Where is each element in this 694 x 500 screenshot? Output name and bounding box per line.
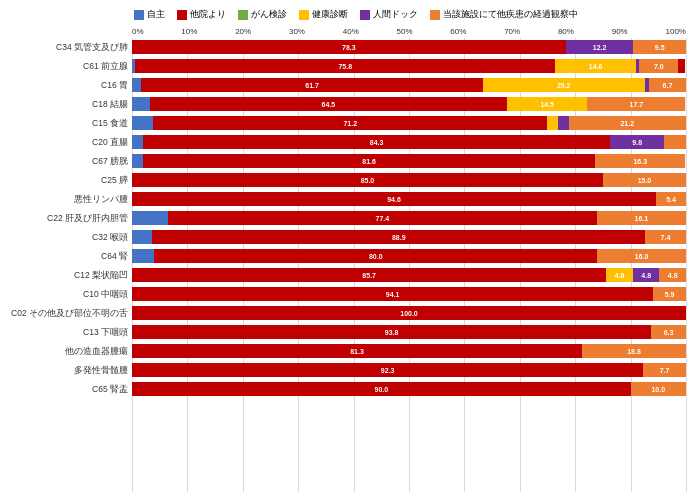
x-axis-tick: 100% <box>666 27 686 36</box>
bar-row: 80.016.0 <box>132 247 686 265</box>
bar-row: 100.0 <box>132 304 686 322</box>
bar-value-label: 7.7 <box>660 367 670 374</box>
bar-segment: 14.5 <box>507 97 587 111</box>
bar-segment <box>132 116 153 130</box>
bar-row: 85.015.0 <box>132 171 686 189</box>
bar-value-label: 90.0 <box>374 386 388 393</box>
bar-row: 85.74.84.84.8 <box>132 266 686 284</box>
bar-segment: 81.6 <box>143 154 595 168</box>
bar-segment <box>132 97 150 111</box>
bar-value-label: 14.6 <box>589 63 603 70</box>
bar-row: 75.814.67.0 <box>132 57 686 75</box>
y-label: C18 結腸 <box>4 95 132 113</box>
bar-segment: 16.1 <box>597 211 686 225</box>
bar-segment: 21.2 <box>569 116 686 130</box>
bar-row: 84.39.8 <box>132 133 686 151</box>
bar-container: 90.010.0 <box>132 382 686 396</box>
bar-value-label: 9.8 <box>632 139 642 146</box>
bar-segment: 71.2 <box>153 116 547 130</box>
bar-row: 92.37.7 <box>132 361 686 379</box>
bar-value-label: 100.0 <box>400 310 418 317</box>
bar-segment: 94.1 <box>132 287 653 301</box>
bar-segment: 88.9 <box>152 230 645 244</box>
legend-color-box <box>177 10 187 20</box>
bar-segment: 64.5 <box>150 97 507 111</box>
x-axis-tick: 50% <box>397 27 413 36</box>
y-label: C61 前立腺 <box>4 57 132 75</box>
legend-item: 他院より <box>177 8 226 21</box>
legend-color-box <box>299 10 309 20</box>
bars-column: 78.312.29.575.814.67.061.729.26.764.514.… <box>132 38 686 492</box>
legend-item: がん検診 <box>238 8 287 21</box>
legend-label: 健康診断 <box>312 8 348 21</box>
bar-segment <box>132 154 143 168</box>
bar-value-label: 7.0 <box>654 63 664 70</box>
bar-row: 81.318.8 <box>132 342 686 360</box>
bar-segment <box>547 116 558 130</box>
bar-segment: 7.0 <box>639 59 678 73</box>
legend-color-box <box>430 10 440 20</box>
bar-segment <box>132 78 141 92</box>
bar-value-label: 94.1 <box>386 291 400 298</box>
y-label: C02 その他及び部位不明の舌 <box>4 304 132 322</box>
bar-row: 94.65.4 <box>132 190 686 208</box>
bar-segment <box>664 135 686 149</box>
y-label: C67 膀胱 <box>4 152 132 170</box>
bar-value-label: 85.0 <box>361 177 375 184</box>
bar-value-label: 88.9 <box>392 234 406 241</box>
bar-segment: 4.8 <box>606 268 633 282</box>
bar-row: 88.97.4 <box>132 228 686 246</box>
bar-value-label: 77.4 <box>376 215 390 222</box>
bar-value-label: 4.8 <box>641 272 651 279</box>
y-label: C64 腎 <box>4 247 132 265</box>
bar-value-label: 64.5 <box>322 101 336 108</box>
bar-value-label: 80.0 <box>369 253 383 260</box>
bar-row: 77.416.1 <box>132 209 686 227</box>
bar-segment <box>132 249 154 263</box>
bar-container: 78.312.29.5 <box>132 40 686 54</box>
bar-value-label: 61.7 <box>305 82 319 89</box>
bar-container: 100.0 <box>132 306 686 320</box>
bar-segment: 17.7 <box>587 97 685 111</box>
x-axis-tick: 10% <box>181 27 197 36</box>
bar-row: 93.86.3 <box>132 323 686 341</box>
legend-item: 自主 <box>134 8 165 21</box>
bar-segment: 10.0 <box>631 382 686 396</box>
bar-value-label: 93.8 <box>385 329 399 336</box>
bar-segment: 6.7 <box>649 78 686 92</box>
bar-segment: 16.3 <box>595 154 685 168</box>
bar-value-label: 81.3 <box>350 348 364 355</box>
bar-segment: 85.0 <box>132 173 603 187</box>
legend-label: 自主 <box>147 8 165 21</box>
bar-segment <box>132 211 168 225</box>
bar-container: 84.39.8 <box>132 135 686 149</box>
legend-label: 他院より <box>190 8 226 21</box>
bar-segment: 15.0 <box>603 173 686 187</box>
bar-container: 64.514.517.7 <box>132 97 686 111</box>
bar-segment: 61.7 <box>141 78 483 92</box>
x-axis-tick: 40% <box>343 27 359 36</box>
bar-segment: 75.8 <box>135 59 555 73</box>
y-label: 悪性リンパ腫 <box>4 190 132 208</box>
bar-container: 75.814.67.0 <box>132 59 686 73</box>
y-label: C15 食道 <box>4 114 132 132</box>
bar-segment: 4.8 <box>633 268 660 282</box>
bar-container: 94.65.4 <box>132 192 686 206</box>
bar-segment <box>558 116 569 130</box>
x-axis-tick: 70% <box>504 27 520 36</box>
bar-value-label: 17.7 <box>630 101 644 108</box>
y-label: C22 肝及び肝内胆管 <box>4 209 132 227</box>
y-label: 他の造血器腫瘍 <box>4 342 132 360</box>
y-label: C20 直腸 <box>4 133 132 151</box>
y-label: C34 気管支及び肺 <box>4 38 132 56</box>
legend: 自主他院よりがん検診健康診断人間ドック当該施設にて他疾患の経過観察中 <box>4 8 686 21</box>
bar-row: 78.312.29.5 <box>132 38 686 56</box>
bar-segment <box>678 59 685 73</box>
x-axis-tick: 80% <box>558 27 574 36</box>
x-axis-tick: 20% <box>235 27 251 36</box>
bar-segment: 5.4 <box>656 192 686 206</box>
bar-value-label: 84.3 <box>370 139 384 146</box>
bar-container: 85.015.0 <box>132 173 686 187</box>
bar-segment: 9.8 <box>610 135 664 149</box>
bar-container: 85.74.84.84.8 <box>132 268 686 282</box>
